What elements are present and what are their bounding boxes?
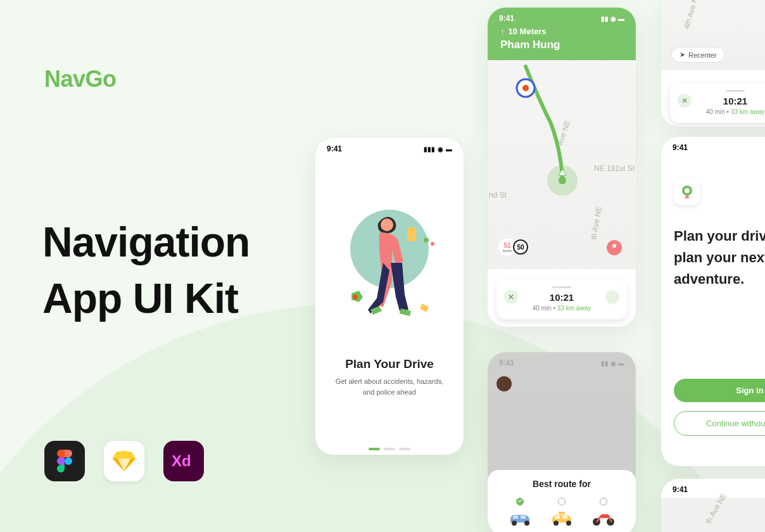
route-options [499,498,624,528]
svg-point-3 [381,218,393,231]
arrival-time: 10:21 [505,292,618,303]
taxi-icon [548,509,575,528]
nav-distance: ↑ 10 Meters [488,27,636,36]
status-time: 9:41 [499,14,514,23]
mockup-route-picker: 9:41 ▮▮ ◉ ▬ Best route for [488,352,636,532]
mockup-recenter: 4th Ave NE NE 181st St NE 179th St ➤ Rec… [661,0,765,127]
route-meta: 40 min • 33 km away [505,305,618,312]
svg-text:Xd: Xd [172,452,191,469]
drag-handle[interactable] [552,286,571,288]
svg-rect-24 [562,516,567,519]
battery-icon: ▬ [446,146,452,153]
status-bar: 9:41 ▮▮ ◉ ▬ [488,8,636,27]
status-bar: 9:41 ▮▮ ◉ ▬ [488,352,636,371]
wifi-icon: ◉ [438,146,443,153]
route-summary-card[interactable]: ✕ 10:21 40 min • 33 km away [496,280,627,319]
mockup-navigation: 9:41 ▮▮ ◉ ▬ ↑ 10 Meters Pham Hung nd St … [488,8,636,327]
destination-name: Pham Hung [488,36,636,51]
svg-point-5 [353,294,358,300]
route-sheet[interactable]: Best route for [488,470,636,532]
svg-rect-27 [602,514,608,518]
dot [399,448,410,450]
svg-point-15 [685,188,690,193]
signal-icon: ▮▮▮ [424,146,435,153]
signin-button[interactable]: Sign in [674,379,765,402]
brand-logo: NavGo [44,66,117,92]
headline-line2: App UI Kit [42,270,250,327]
status-icons: ▮▮ ◉ ▬ [601,15,624,22]
map-ave-label: 4th Ave NE [682,0,701,30]
page-headline: Navigation App UI Kit [42,214,250,327]
svg-point-13 [612,244,616,248]
svg-point-21 [553,521,559,526]
app-logo-icon [674,179,700,205]
route-option-car[interactable] [507,498,533,528]
route-option-taxi[interactable] [548,498,575,528]
svg-point-9 [522,85,529,91]
dot [384,448,395,450]
status-icons: ▮▮ ◉ ▬ [601,360,624,367]
location-icon[interactable] [605,290,619,304]
mockup-signin: 9:41 Plan your drive, plan your next adv… [661,137,765,466]
svg-rect-23 [555,516,560,519]
svg-point-16 [512,521,517,526]
svg-point-11 [559,177,566,184]
signin-heading: Plan your drive, plan your next adventur… [661,225,765,290]
arrival-time: 10:21 [679,96,765,106]
close-icon[interactable]: ✕ [504,290,518,304]
status-bar: 9:41 [661,137,765,156]
svg-point-6 [424,238,429,243]
mockup-onboarding: 9:41 ▮▮▮ ◉ ▬ [315,138,464,455]
compass-icon: ➤ [680,51,685,59]
recenter-button[interactable]: ➤ Recenter [671,47,725,63]
status-time: 9:41 [327,144,342,153]
status-time: 9:41 [499,358,514,367]
map-area[interactable]: nd St NE 181st St Ave NE th Ave NE 51 km… [488,60,636,269]
status-bar: 9:41 [661,479,765,498]
dot-active [369,448,380,450]
avatar[interactable] [496,376,512,391]
distance-value: 10 Meters [509,27,547,36]
svg-rect-20 [559,512,565,514]
motorcycle-icon [590,509,617,528]
svg-rect-19 [521,516,526,519]
drag-handle[interactable] [726,90,745,92]
status-time: 9:41 [673,485,688,494]
continue-without-signin-button[interactable]: Continue without sign in [674,411,765,436]
radio-icon[interactable] [600,498,607,505]
onboarding-title: Plan Your Drive [315,357,464,371]
svg-point-0 [65,457,72,465]
speed-limit: 50 [513,239,528,255]
status-time: 9:41 [673,143,688,152]
navigation-header: 9:41 ▮▮ ◉ ▬ ↑ 10 Meters Pham Hung [488,8,636,60]
route-meta: 40 min • 33 km away [679,108,765,115]
map-area[interactable]: 4th Ave NE NE 181st St NE 179th St ➤ Rec… [661,0,765,70]
map-street-label: NE 181st St [594,164,635,173]
route-sheet-title: Best route for [499,479,624,489]
close-icon[interactable]: ✕ [678,94,692,108]
radio-icon[interactable] [558,498,566,505]
status-bar: 9:41 ▮▮▮ ◉ ▬ [315,138,464,157]
figma-icon [44,441,85,481]
sketch-icon [104,441,144,481]
design-tool-icons: Xd [44,441,204,481]
onboarding-illustration [315,176,464,334]
recenter-label: Recenter [688,51,717,59]
svg-rect-4 [407,227,416,241]
svg-point-22 [566,521,571,526]
onboarding-subtitle: Get alert about accidents, hazards, and … [315,371,464,397]
status-icons: ▮▮▮ ◉ ▬ [424,146,452,153]
radio-checked-icon[interactable] [516,498,524,505]
page-indicator [315,448,464,450]
svg-point-17 [524,521,529,526]
map-street-label: nd St [489,191,507,200]
svg-rect-18 [513,516,518,519]
arrow-up-icon: ↑ [500,27,505,36]
route-option-motorcycle[interactable] [590,498,617,528]
car-icon [507,509,533,528]
route-summary-card[interactable]: ✕ 10:21 40 min • 33 km away [670,84,765,123]
mockup-map-small: 9:41 th Ave NE [661,479,765,532]
svg-point-7 [431,242,434,246]
headline-line1: Navigation [42,214,250,270]
xd-icon: Xd [163,441,204,481]
